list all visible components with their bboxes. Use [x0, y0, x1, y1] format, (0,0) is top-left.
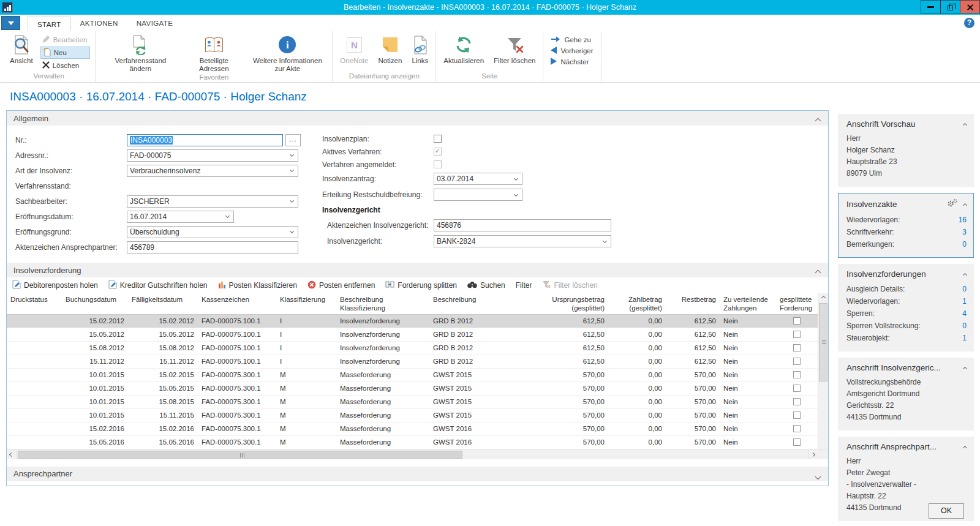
- table-cell[interactable]: FAD-000075.300.1: [198, 395, 276, 408]
- table-cell[interactable]: 570,00: [533, 435, 608, 449]
- factbox-title[interactable]: Insolvenzforderungen: [846, 269, 926, 279]
- chevron-down-icon[interactable]: [287, 228, 296, 237]
- table-cell[interactable]: [7, 408, 62, 422]
- neu-button[interactable]: Neu: [40, 47, 91, 59]
- table-row[interactable]: 15.05.201615.05.2016FAD-000075.300.1MMas…: [7, 435, 818, 449]
- table-cell[interactable]: M: [276, 381, 336, 395]
- tab-aktionen[interactable]: AKTIONEN: [71, 16, 127, 31]
- column-header[interactable]: Kassenzeichen: [198, 293, 276, 314]
- app-menu-button[interactable]: [1, 16, 20, 30]
- table-cell[interactable]: GWST 2015: [429, 381, 533, 395]
- table-cell[interactable]: 612,50: [533, 355, 608, 368]
- table-cell[interactable]: GWST 2015: [429, 408, 533, 422]
- table-cell[interactable]: 570,00: [533, 381, 608, 395]
- table-cell[interactable]: FAD-000075.300.1: [198, 381, 276, 395]
- horizontal-scrollbar-thumb[interactable]: [18, 451, 462, 459]
- column-header[interactable]: gesplittete Forderung: [776, 293, 818, 314]
- vertical-scrollbar-thumb[interactable]: [819, 303, 827, 381]
- collapse-chevron-icon[interactable]: [816, 268, 820, 277]
- assist-edit-button[interactable]: ...: [285, 134, 301, 146]
- vertical-scrollbar[interactable]: [818, 293, 828, 456]
- table-cell[interactable]: 612,50: [666, 314, 720, 328]
- table-cell[interactable]: 10.01.2015: [62, 395, 128, 408]
- table-cell[interactable]: GWST 2016: [429, 422, 533, 435]
- table-cell[interactable]: Nein: [720, 355, 776, 368]
- column-header[interactable]: Druckstatus: [7, 293, 62, 314]
- collapse-chevron-icon[interactable]: [963, 363, 967, 372]
- table-cell[interactable]: 0,00: [608, 314, 666, 328]
- table-cell[interactable]: 0,00: [608, 328, 666, 341]
- table-cell[interactable]: Insolvenzforderung: [336, 314, 429, 328]
- debitorenposten-holen-button[interactable]: Debitorenposten holen: [12, 280, 98, 291]
- eroeffnungsdatum-datepicker[interactable]: 16.07.2014: [127, 211, 234, 223]
- table-row[interactable]: 15.11.201215.11.2012FAD-000075.100.1IIns…: [7, 355, 818, 368]
- table-cell[interactable]: 612,50: [533, 341, 608, 355]
- table-cell[interactable]: Masseforderung: [336, 408, 429, 422]
- scroll-up-button[interactable]: [818, 293, 828, 302]
- fact-value-link[interactable]: 0: [962, 320, 967, 332]
- table-cell[interactable]: [7, 355, 62, 368]
- factbox-title[interactable]: Anschrift Vorschau: [846, 119, 916, 129]
- table-row[interactable]: 15.02.201215.02.2012FAD-000075.100.1IIns…: [7, 314, 818, 328]
- table-cell[interactable]: FAD-000075.100.1: [198, 328, 276, 341]
- table-cell[interactable]: 10.01.2015: [62, 408, 128, 422]
- table-cell[interactable]: 15.05.2012: [62, 328, 128, 341]
- table-cell[interactable]: 570,00: [533, 395, 608, 408]
- expand-chevron-icon[interactable]: [816, 472, 820, 481]
- kreditor-gutschriften-holen-button[interactable]: Kreditor Gutschriften holen: [108, 280, 208, 291]
- sachbearbeiter-combobox[interactable]: JSCHERER: [127, 195, 298, 208]
- chevron-down-icon[interactable]: [511, 175, 521, 184]
- column-header[interactable]: Beschreibung Klassifizierung: [336, 293, 429, 314]
- table-cell[interactable]: GRD B 2012: [429, 341, 533, 355]
- table-cell[interactable]: 15.05.2016: [128, 435, 198, 449]
- table-cell[interactable]: 15.02.2016: [128, 422, 198, 435]
- table-cell[interactable]: Masseforderung: [336, 435, 429, 449]
- scroll-left-button[interactable]: [7, 450, 17, 459]
- aktualisieren-button[interactable]: Aktualisieren: [441, 32, 486, 65]
- table-cell[interactable]: Masseforderung: [336, 368, 429, 381]
- links-button[interactable]: Links: [409, 32, 431, 65]
- ok-button[interactable]: OK: [929, 503, 964, 519]
- insolvenzgericht-combobox[interactable]: BANK-2824: [434, 235, 611, 247]
- table-cell[interactable]: I: [276, 328, 336, 341]
- table-cell[interactable]: Nein: [720, 341, 776, 355]
- naechster-button[interactable]: Nächster: [551, 58, 593, 66]
- table-row[interactable]: 10.01.201515.05.2015FAD-000075.300.1MMas…: [7, 381, 818, 395]
- table-cell[interactable]: Nein: [720, 422, 776, 435]
- table-cell[interactable]: [7, 314, 62, 328]
- fasttab-allgemein-header[interactable]: Allgemein: [7, 111, 828, 126]
- table-cell[interactable]: 570,00: [666, 368, 720, 381]
- aktenzeichen-ansprechpartner-input[interactable]: 456789: [127, 241, 298, 254]
- table-cell[interactable]: 612,50: [533, 328, 608, 341]
- table-cell[interactable]: GRD B 2012: [429, 314, 533, 328]
- table-cell[interactable]: Insolvenzforderung: [336, 328, 429, 341]
- table-cell[interactable]: GWST 2016: [429, 435, 533, 449]
- column-header[interactable]: Zu verteilende Zahlungen: [720, 293, 776, 314]
- column-header[interactable]: Zahlbetrag (gesplittet): [608, 293, 666, 314]
- fasttab-insolvenzforderung-header[interactable]: Insolvenzforderung: [7, 263, 828, 277]
- fact-value-link[interactable]: 0: [962, 283, 967, 295]
- table-cell[interactable]: Nein: [720, 395, 776, 408]
- chevron-down-icon[interactable]: [287, 167, 296, 176]
- table-cell[interactable]: 570,00: [666, 408, 720, 422]
- forderung-splitten-button[interactable]: Forderung splitten: [385, 280, 457, 290]
- table-cell[interactable]: 570,00: [666, 435, 720, 449]
- column-header[interactable]: Restbetrag: [666, 293, 720, 314]
- column-header[interactable]: Ursprungsbetrag (gesplittet): [533, 293, 608, 314]
- restore-button[interactable]: [940, 0, 960, 13]
- table-cell[interactable]: 10.01.2015: [62, 381, 128, 395]
- table-cell[interactable]: [7, 381, 62, 395]
- table-cell[interactable]: FAD-000075.300.1: [198, 435, 276, 449]
- chevron-down-icon[interactable]: [600, 237, 609, 246]
- table-cell[interactable]: 15.02.2016: [62, 422, 128, 435]
- table-row[interactable]: 10.01.201515.02.2015FAD-000075.300.1MMas…: [7, 368, 818, 381]
- table-cell[interactable]: 15.05.2015: [128, 381, 198, 395]
- table-cell[interactable]: Nein: [720, 314, 776, 328]
- table-cell[interactable]: FAD-000075.300.1: [198, 368, 276, 381]
- table-row[interactable]: 10.01.201515.11.2015FAD-000075.300.1MMas…: [7, 408, 818, 422]
- filter-loeschen-button[interactable]: Filter löschen: [491, 32, 538, 65]
- table-cell[interactable]: 612,50: [533, 314, 608, 328]
- table-cell[interactable]: 570,00: [666, 381, 720, 395]
- close-button[interactable]: [960, 0, 980, 13]
- column-header[interactable]: Buchungsdatum: [62, 293, 128, 314]
